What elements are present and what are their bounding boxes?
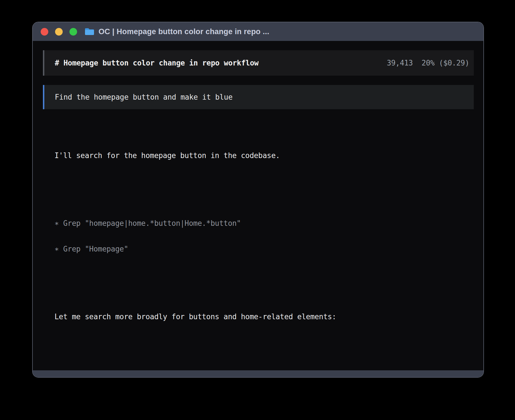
grep-tool-line: ∗ Grep "Homepage": [54, 245, 474, 253]
grep-tool-line: ∗ Grep "homepage|home.*button|Home.*butt…: [54, 219, 474, 228]
assistant-line: I'll search for the homepage button in t…: [54, 151, 474, 160]
session-stats: 39,413 20% ($0.29): [387, 59, 469, 67]
tool-call-group: ∗ Grep "homepage|home.*button|Home.*butt…: [54, 202, 474, 270]
close-button[interactable]: [41, 28, 48, 36]
terminal-window: OC | Homepage button color change in rep…: [32, 22, 484, 378]
assistant-paragraph: Let me search more broadly for buttons a…: [54, 296, 474, 338]
session-title: # Homepage button color change in repo w…: [55, 59, 259, 67]
window-bottom-edge: [33, 370, 483, 377]
assistant-line: Let me search more broadly for buttons a…: [54, 312, 474, 321]
assistant-transcript: I'll search for the homepage button in t…: [43, 109, 474, 370]
folder-icon: [84, 28, 95, 36]
zoom-button[interactable]: [69, 28, 77, 36]
token-count: 39,413: [387, 59, 413, 67]
terminal-content: # Homepage button color change in repo w…: [33, 41, 483, 370]
assistant-paragraph: I'll search for the homepage button in t…: [54, 134, 474, 177]
window-title: OC | Homepage button color change in rep…: [99, 27, 269, 36]
tool-call-group: ∗ Grep "Home" (18 matches) ∗ Glob "**/*.…: [54, 363, 474, 370]
titlebar: OC | Homepage button color change in rep…: [33, 22, 483, 41]
context-cost: 20% ($0.29): [422, 59, 469, 67]
minimize-button[interactable]: [55, 28, 63, 36]
window-controls: [41, 28, 77, 36]
session-header: # Homepage button color change in repo w…: [43, 50, 474, 76]
user-message-text: Find the homepage button and make it blu…: [55, 93, 233, 101]
user-message: Find the homepage button and make it blu…: [43, 85, 474, 109]
